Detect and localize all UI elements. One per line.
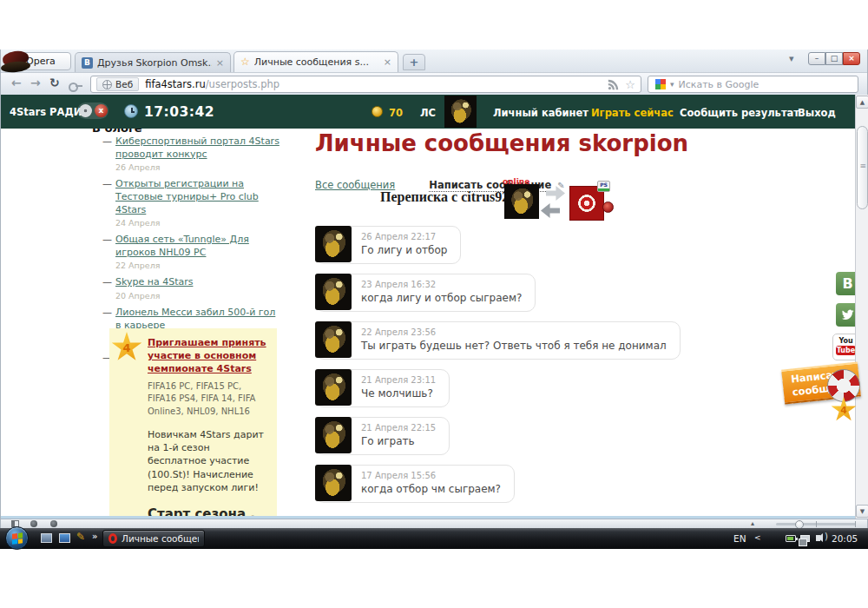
address-toolbar: ← → ↻ Веб fifa4stars.ru /userposts.php <box>1 72 867 96</box>
zoom-tick <box>855 521 856 527</box>
tab-close-icon[interactable]: × <box>384 56 391 68</box>
message-row: 17 Апреля 15:56 когда отбор чм сыграем? <box>315 465 697 503</box>
user-avatar[interactable] <box>444 96 477 128</box>
tab-friends[interactable]: В Друзья Skorpion Omsk... × <box>75 52 231 72</box>
message-list: 26 Апреля 22:17 Го лигу и отбор 23 Апрел… <box>315 226 697 512</box>
tab-label: Личные сообщения s... <box>254 56 379 68</box>
sidebar-heading-clipped: В блоге <box>92 129 170 133</box>
close-button[interactable]: × <box>843 52 860 65</box>
tab-label: Друзья Skorpion Omsk... <box>97 57 212 69</box>
address-bar[interactable]: Веб fifa4stars.ru /userposts.php ☆ <box>90 76 641 93</box>
globe-icon <box>102 80 112 89</box>
quick-launch-icon-2[interactable] <box>59 533 70 543</box>
nav-play-now[interactable]: Играть сейчас <box>591 107 674 119</box>
news-date: 24 Апреля <box>115 218 280 228</box>
toolbar-overflow-chevron[interactable]: » <box>92 532 97 541</box>
vk-favicon: В <box>82 57 93 69</box>
rss-icon[interactable] <box>608 79 619 90</box>
tab-close-icon[interactable]: × <box>216 57 224 69</box>
network-icon[interactable] <box>800 535 810 542</box>
tab-messages[interactable]: ☆ Личные сообщения s... × <box>233 51 398 72</box>
battery-icon[interactable] <box>786 535 796 542</box>
browser-window: Opera В Друзья Skorpion Omsk... × ☆ Личн… <box>0 50 868 549</box>
nav-report-result[interactable]: Сообщить результат <box>680 107 799 119</box>
scroll-up-icon[interactable]: ▲ <box>856 96 868 109</box>
promo-body: Новичкам 4Stars дарит на 1-й сезон беспл… <box>148 428 266 494</box>
promo-title-link[interactable]: Приглашаем принять участие в основном че… <box>148 337 266 376</box>
nav-logout[interactable]: Выход <box>798 107 836 119</box>
back-icon[interactable]: ← <box>11 76 22 89</box>
radio-stop-icon[interactable]: x <box>95 104 108 117</box>
bullet: — <box>102 178 112 189</box>
sender-avatar[interactable] <box>315 321 352 358</box>
quick-launch-pen-icon[interactable]: ✎ <box>76 531 85 543</box>
start-button[interactable] <box>5 526 29 550</box>
promo-box: 4 Приглашаем принять участие в основном … <box>109 328 277 519</box>
message-text: Го играть <box>361 435 436 447</box>
conversation-title: Переписка с citrus92 <box>380 189 509 205</box>
taskbar-opera-task[interactable]: Личные сообщени... <box>102 530 205 547</box>
scroll-down-icon[interactable]: ▼ <box>856 505 868 518</box>
bullet: — <box>102 276 112 287</box>
reload-icon[interactable]: ↻ <box>49 76 60 89</box>
news-date: 22 Апреля <box>115 261 280 270</box>
sender-avatar[interactable] <box>315 465 352 501</box>
url-path: /userposts.php <box>206 78 279 90</box>
message-row: 21 Апреля 23:11 Че молчишь? <box>315 369 697 407</box>
window-dropdown-icon[interactable]: ▾ <box>789 53 794 64</box>
promo-platforms: FIFA16 PC, FIFA15 PC, FIFA16 PS4, FIFA 1… <box>148 380 266 419</box>
bullet: — <box>102 135 112 147</box>
sender-avatar[interactable] <box>315 417 352 453</box>
bullet: — <box>102 234 112 245</box>
news-item: — Общая сеть «Tunngle» Для игроков NHL09… <box>102 234 280 270</box>
radio-player[interactable]: x <box>77 102 108 119</box>
news-link[interactable]: Открыты регистрации на Тестовые турниры+… <box>115 178 280 216</box>
minimize-button[interactable]: – <box>808 52 825 65</box>
coin-icon <box>372 106 383 117</box>
server-time: 17:03:42 <box>144 104 214 120</box>
search-field[interactable]: ▾ Искать в Google <box>648 76 858 93</box>
site-header: 4Stars РАДИО x 17:03:42 70 ЛС Личный каб… <box>1 95 867 129</box>
maximize-button[interactable]: □ <box>825 52 843 65</box>
sender-avatar[interactable] <box>315 274 352 310</box>
new-tab-button[interactable]: + <box>403 54 425 70</box>
key-icon[interactable] <box>69 83 82 89</box>
sender-avatar[interactable] <box>315 226 352 262</box>
message-row: 21 Апреля 22:15 Го играть <box>315 417 697 455</box>
news-link[interactable]: Киберспортивный портал 4Stars проводит к… <box>115 135 280 161</box>
engine-badge[interactable]: Веб <box>96 77 139 91</box>
message-row: 26 Апреля 22:17 Го лигу и отбор <box>315 226 697 264</box>
search-placeholder: Искать в Google <box>679 79 760 90</box>
news-date: 20 Апреля <box>115 291 280 301</box>
taskbar-clock[interactable]: 20:05 <box>832 533 858 544</box>
star-icon: 4 <box>111 332 142 363</box>
google-icon <box>655 79 666 89</box>
news-link[interactable]: Общая сеть «Tunngle» Для игроков NHL09 P… <box>115 234 280 259</box>
news-date: 26 Апреля <box>115 162 280 172</box>
scrollbar-thumb[interactable] <box>857 126 868 209</box>
volume-icon[interactable] <box>816 535 820 541</box>
taskbar: ✎ » Личные сообщени... EN < 20:05 <box>0 528 868 549</box>
tray-expand-icon[interactable]: < <box>754 533 761 542</box>
status-icon[interactable] <box>30 520 37 527</box>
forward-icon[interactable]: → <box>30 76 41 89</box>
pm-link[interactable]: ЛС <box>420 107 436 119</box>
zoom-slider[interactable] <box>776 523 856 525</box>
window-controls: – □ × <box>808 52 860 65</box>
message-date: 21 Апреля 23:11 <box>361 375 436 385</box>
search-dropdown-icon[interactable]: ▾ <box>670 80 674 89</box>
page-scrollbar[interactable]: ▲ ▼ <box>855 95 868 519</box>
nav-cabinet[interactable]: Личный кабинет <box>493 107 589 119</box>
message-date: 26 Апреля 22:17 <box>361 232 447 241</box>
message-text: Го лигу и отбор <box>361 244 447 256</box>
news-link[interactable]: Skype на 4Stars <box>115 276 280 289</box>
status-icon[interactable] <box>50 520 57 527</box>
news-item: — Skype на 4Stars 20 Апреля <box>102 276 280 301</box>
language-indicator[interactable]: EN <box>733 533 746 544</box>
skorpion-avatar[interactable] <box>504 184 539 219</box>
bookmark-star-icon[interactable]: ☆ <box>625 78 635 91</box>
sender-avatar[interactable] <box>315 369 352 406</box>
zoom-slider-thumb[interactable] <box>795 520 804 529</box>
quick-launch-icon-1[interactable] <box>41 533 52 543</box>
zoom-caret-icon[interactable]: ▴ <box>751 519 754 527</box>
